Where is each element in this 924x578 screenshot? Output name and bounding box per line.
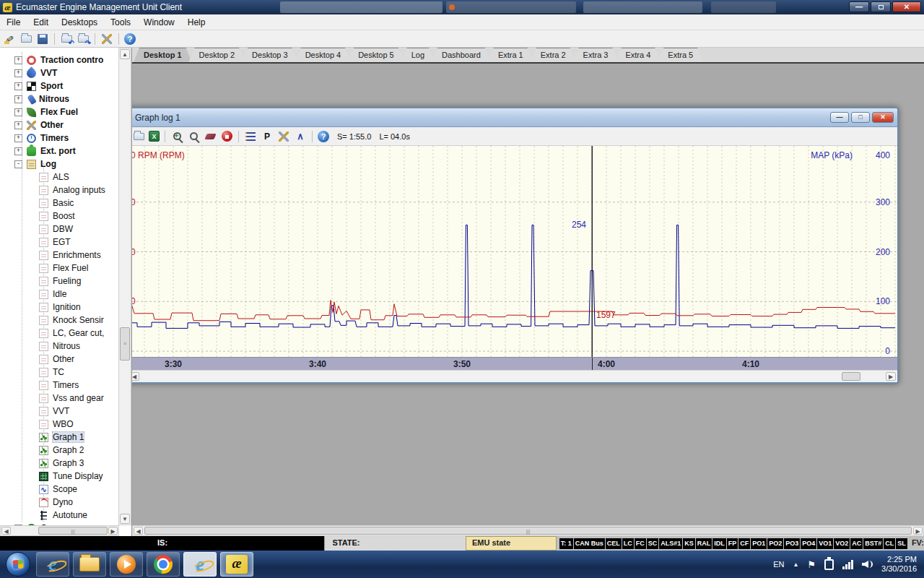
open-log-icon[interactable] <box>132 130 145 143</box>
edit-project-icon[interactable] <box>3 33 16 46</box>
open-project-icon[interactable] <box>19 33 32 46</box>
export-excel-icon[interactable]: X <box>149 131 160 142</box>
tab-extra-5[interactable]: Extra 5 <box>658 48 703 62</box>
sidebar-item-sport[interactable]: +Sport <box>0 79 118 92</box>
tab-desktop-5[interactable]: Desktop 5 <box>348 48 404 62</box>
sidebar-item-ignition[interactable]: Ignition <box>0 301 118 314</box>
sidebar-item-dyno[interactable]: Dyno <box>0 496 118 509</box>
sidebar-item-dbw[interactable]: DBW <box>0 223 118 236</box>
remove-hardware-icon[interactable] <box>824 559 834 570</box>
sidebar-item-log[interactable]: -Log <box>0 158 118 171</box>
minimize-button[interactable]: — <box>849 1 869 12</box>
sidebar-item-flex-fuel[interactable]: +Flex Fuel <box>0 105 118 118</box>
graph-window-titlebar[interactable]: Graph log 1 — □ ✕ <box>132 108 897 127</box>
close-button[interactable]: ✕ <box>892 1 921 12</box>
channels-list-icon[interactable] <box>244 130 257 143</box>
chevron-up-icon[interactable]: ▲ <box>793 561 798 568</box>
erase-icon[interactable] <box>204 130 217 143</box>
sidebar-item-knock-sensir[interactable]: Knock Sensir <box>0 314 118 327</box>
sidebar-item-graph-3[interactable]: Graph 3 <box>0 457 118 470</box>
scroll-right-arrow[interactable]: ▶ <box>913 527 923 535</box>
action-center-flag-icon[interactable]: ⚑ <box>807 559 816 570</box>
scroll-down-arrow[interactable]: ▼ <box>120 514 130 524</box>
tab-log[interactable]: Log <box>401 48 435 62</box>
sidebar-item-other[interactable]: Other <box>0 353 118 366</box>
scroll-left-arrow[interactable]: ◀ <box>132 372 139 381</box>
write-to-emu-icon[interactable]: ↷ <box>77 33 90 46</box>
scroll-up-arrow[interactable]: ▲ <box>120 49 130 59</box>
sidebar-item-vvt[interactable]: VVT <box>0 405 118 418</box>
graph-horizontal-scrollbar[interactable]: ◀ ▶ <box>132 370 897 382</box>
tree-vertical-scrollbar[interactable]: ▲ ≡ ▼ <box>118 48 131 525</box>
tab-desktop-2[interactable]: Desktop 2 <box>189 48 245 62</box>
sidebar-item-nitrous[interactable]: Nitrous <box>0 340 118 353</box>
scroll-left-arrow[interactable]: ◀ <box>1 527 11 535</box>
sidebar-item-idle[interactable]: Idle <box>0 288 118 301</box>
language-indicator[interactable]: EN <box>773 560 784 569</box>
menu-file[interactable]: File <box>0 15 27 30</box>
network-icon[interactable] <box>842 559 853 569</box>
tab-extra-1[interactable]: Extra 1 <box>488 48 533 62</box>
plot-area[interactable]: 25415970 RPM (RPM)000MAP (kPa)4003002001… <box>132 146 897 357</box>
sidebar-item-other[interactable]: +Other <box>0 118 118 131</box>
sidebar-item-tc[interactable]: TC <box>0 366 118 379</box>
taskbar-media-player[interactable] <box>110 552 143 577</box>
volume-icon[interactable] <box>862 559 873 569</box>
save-project-icon[interactable] <box>36 33 49 46</box>
sidebar-item-nitrous[interactable]: +Nitrous <box>0 92 118 105</box>
menu-edit[interactable]: Edit <box>27 15 55 30</box>
graph-help-icon[interactable]: ? <box>318 131 329 142</box>
menu-window[interactable]: Window <box>137 15 181 30</box>
sidebar-item-scope[interactable]: Scope <box>0 483 118 496</box>
tab-desktop-4[interactable]: Desktop 4 <box>295 48 352 62</box>
scroll-left-arrow[interactable]: ◀ <box>134 527 143 535</box>
graph-tools-icon[interactable] <box>277 130 290 143</box>
sidebar-item-analog-inputs[interactable]: Analog inputs <box>0 184 118 197</box>
graph-close-button[interactable]: ✕ <box>872 112 894 123</box>
sidebar-item-tune-display[interactable]: Tune Display <box>0 470 118 483</box>
scroll-thumb[interactable]: ||| <box>144 527 912 535</box>
sidebar-item-als[interactable]: ALS <box>0 171 118 184</box>
sidebar-item-timers[interactable]: Timers <box>0 379 118 392</box>
sidebar-item-traction-contro[interactable]: +Traction contro <box>0 53 118 66</box>
taskbar-ie-2[interactable]: e <box>183 552 217 577</box>
taskbar-ie[interactable]: e <box>36 552 69 577</box>
properties-icon[interactable]: P <box>261 130 274 143</box>
mdi-horizontal-scrollbar[interactable]: ◀ ||| ▶ <box>132 525 924 536</box>
sidebar-item-graph-1[interactable]: Graph 1 <box>0 431 118 444</box>
sidebar-item-vss-and-gear[interactable]: Vss and gear <box>0 392 118 405</box>
scroll-right-arrow[interactable]: ▶ <box>886 372 896 381</box>
sidebar-item-timers[interactable]: +Timers <box>0 131 118 144</box>
help-icon[interactable]: ? <box>124 33 136 45</box>
cursor-line[interactable] <box>592 146 593 357</box>
graph-maximize-button[interactable]: □ <box>851 112 870 123</box>
taskbar-chrome[interactable] <box>147 552 180 577</box>
menu-help[interactable]: Help <box>181 15 212 30</box>
sidebar-item-boost[interactable]: Boost <box>0 210 118 223</box>
scroll-thumb[interactable]: ||| <box>38 527 108 535</box>
scroll-right-arrow[interactable]: ▶ <box>108 527 118 535</box>
menu-desktops[interactable]: Desktops <box>55 15 104 30</box>
tab-extra-2[interactable]: Extra 2 <box>531 48 576 62</box>
sidebar-item-wbo[interactable]: WBO <box>0 418 118 431</box>
sidebar-item-basic[interactable]: Basic <box>0 197 118 210</box>
tools-icon[interactable] <box>100 33 113 46</box>
tab-extra-3[interactable]: Extra 3 <box>573 48 619 62</box>
zoom-out-icon[interactable] <box>187 130 200 143</box>
tab-desktop-3[interactable]: Desktop 3 <box>242 48 298 62</box>
tree-horizontal-scrollbar[interactable]: ◀ ||| ▶ <box>0 525 119 536</box>
graph-minimize-button[interactable]: — <box>830 112 849 123</box>
scroll-thumb[interactable]: ≡ <box>120 327 130 361</box>
clock[interactable]: 2:25 PM 3/30/2016 <box>881 555 917 574</box>
sidebar-item-ext-port[interactable]: +Ext. port <box>0 144 118 158</box>
menu-tools[interactable]: Tools <box>104 15 137 30</box>
sidebar-item-egt[interactable]: EGT <box>0 236 118 249</box>
tab-extra-4[interactable]: Extra 4 <box>615 48 661 62</box>
taskbar-explorer[interactable] <box>73 552 106 577</box>
sidebar-item-enrichments[interactable]: Enrichments <box>0 249 118 262</box>
start-button[interactable] <box>6 552 30 577</box>
sidebar-item-flex-fuel[interactable]: Flex Fuel <box>0 262 118 275</box>
taskbar-ecumaster[interactable]: æ <box>220 552 253 577</box>
record-icon[interactable] <box>220 130 233 143</box>
scroll-thumb[interactable] <box>842 372 860 381</box>
